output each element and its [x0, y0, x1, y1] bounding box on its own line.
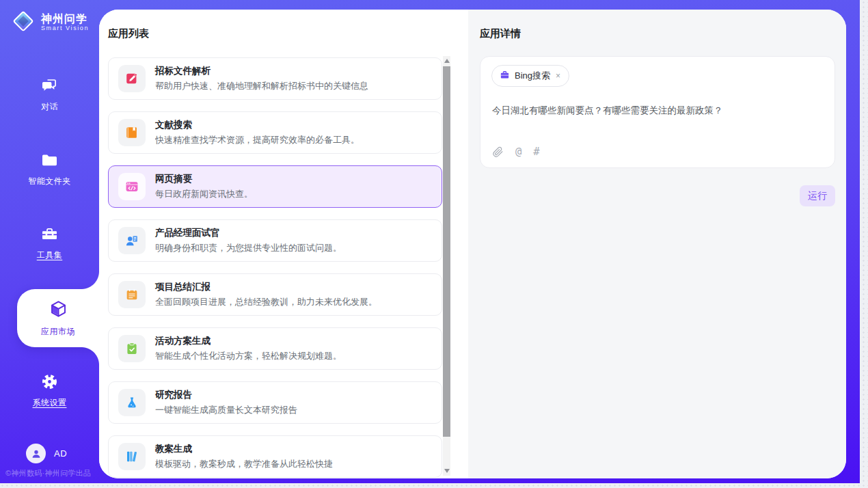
query-text[interactable]: 今日湖北有哪些新闻要点？有哪些需要关注的最新政策？	[492, 104, 820, 118]
app-card-description: 模板驱动，教案秒成，教学准备从此轻松快捷	[155, 458, 333, 470]
app-card[interactable]: 项目总结汇报 全面回顾项目进展，总结经验教训，助力未来优化发展。	[108, 273, 442, 316]
app-card-description: 全面回顾项目进展，总结经验教训，助力未来优化发展。	[155, 296, 377, 308]
app-card-description: 帮助用户快速、准确地理解和解析招标书中的关键信息	[155, 80, 368, 92]
mention-button[interactable]: @	[515, 146, 521, 158]
brand-subtitle: Smart Vision	[41, 25, 89, 31]
sidebar-item-label: 应用市场	[41, 326, 75, 338]
book-icon	[118, 119, 146, 146]
app-card-title: 教案生成	[155, 443, 333, 455]
books-icon	[118, 443, 146, 470]
app-card-list: 招标文件解析 帮助用户快速、准确地理解和解析招标书中的关键信息	[108, 57, 442, 478]
app-frame: 神州问学 Smart Vision 对话	[0, 0, 860, 483]
app-detail-panel: 应用详情 Bing搜索 × 今日湖北有哪些新闻要点？	[468, 10, 846, 478]
sidebar-item-smart-folder[interactable]: 智能文件夹	[0, 151, 99, 187]
app-card-selected[interactable]: 网页摘要 每日政府新闻资讯快查。	[108, 165, 442, 208]
user-profile[interactable]: AD	[26, 444, 67, 463]
sidebar: 神州问学 Smart Vision 对话	[0, 0, 99, 483]
app-card[interactable]: 研究报告 一键智能生成高质量长文本研究报告	[108, 381, 442, 424]
sidebar-item-label: 对话	[41, 102, 58, 111]
app-card-description: 智能生成个性化活动方案，轻松解决规划难题。	[155, 350, 342, 362]
cube-icon	[48, 299, 69, 323]
app-card-title: 文献搜索	[155, 119, 360, 131]
tool-chip-label: Bing搜索	[515, 70, 550, 82]
app-card-title: 产品经理面试官	[155, 227, 342, 239]
run-button[interactable]: 运行	[800, 185, 835, 206]
diamond-logo-icon	[11, 9, 36, 36]
chat-icon	[40, 77, 59, 95]
sidebar-item-toolset[interactable]: 工具集	[0, 225, 99, 261]
toolbox-icon	[40, 225, 59, 243]
user-initials: AD	[54, 448, 67, 459]
brand-logo: 神州问学 Smart Vision	[11, 9, 89, 36]
gear-icon	[40, 372, 59, 391]
app-card-title: 网页摘要	[155, 173, 253, 185]
scroll-up-arrow-icon[interactable]	[444, 59, 450, 63]
app-card[interactable]: 产品经理面试官 明确身份和职责，为您提供专业性的面试问题。	[108, 219, 442, 262]
sidebar-item-app-market[interactable]: 应用市场	[17, 289, 99, 347]
sidebar-item-label: 工具集	[37, 250, 63, 260]
doc-edit-icon	[118, 65, 146, 92]
sidebar-item-settings[interactable]: 系统设置	[0, 372, 99, 409]
app-card-description: 明确身份和职责，为您提供专业性的面试问题。	[155, 242, 342, 254]
flask-icon	[118, 389, 146, 416]
app-list-title: 应用列表	[108, 27, 149, 40]
app-card-title: 活动方案生成	[155, 335, 342, 347]
tool-chip-bing-search: Bing搜索 ×	[491, 65, 569, 87]
avatar	[26, 444, 46, 463]
main-content: 应用列表 招标文件解析 帮助用户快速、准确地理解和解析招标书	[99, 10, 846, 478]
interview-icon	[118, 227, 146, 254]
app-card-title: 研究报告	[155, 389, 297, 401]
close-icon[interactable]: ×	[555, 71, 561, 81]
briefcase-icon	[500, 70, 510, 83]
hash-tag-button[interactable]: #	[533, 146, 539, 158]
scrollbar[interactable]	[443, 56, 450, 476]
calendar-icon	[118, 281, 146, 308]
app-card[interactable]: 活动方案生成 智能生成个性化活动方案，轻松解决规划难题。	[108, 327, 442, 370]
app-card-title: 项目总结汇报	[155, 281, 377, 293]
scrollbar-thumb[interactable]	[443, 66, 450, 437]
scroll-down-arrow-icon[interactable]	[444, 469, 450, 473]
attach-file-button[interactable]	[492, 146, 504, 158]
app-card[interactable]: 教案生成 模板驱动，教案秒成，教学准备从此轻松快捷	[108, 435, 442, 478]
app-card[interactable]: 文献搜索 快速精准查找学术资源，提高研究效率的必备工具。	[108, 111, 442, 154]
folder-icon	[40, 151, 59, 170]
sidebar-item-chat[interactable]: 对话	[0, 77, 99, 113]
browser-code-icon	[118, 173, 146, 200]
sidebar-item-label: 系统设置	[33, 398, 67, 407]
sidebar-active-bubble: 应用市场	[17, 289, 99, 347]
sidebar-item-label: 智能文件夹	[28, 176, 71, 186]
composer-toolbar: @ #	[492, 146, 540, 158]
app-card-title: 招标文件解析	[155, 65, 368, 77]
brand-name: 神州问学	[41, 14, 89, 25]
app-list-panel: 应用列表 招标文件解析 帮助用户快速、准确地理解和解析招标书	[99, 10, 468, 478]
app-card-description: 一键智能生成高质量长文本研究报告	[155, 404, 297, 416]
app-card[interactable]: 招标文件解析 帮助用户快速、准确地理解和解析招标书中的关键信息	[108, 57, 442, 100]
app-card-description: 快速精准查找学术资源，提高研究效率的必备工具。	[155, 134, 360, 146]
app-card-description: 每日政府新闻资讯快查。	[155, 188, 253, 200]
copyright-text: ©神州数码·神州问学出品	[5, 468, 91, 478]
clipboard-check-icon	[118, 335, 146, 362]
app-detail-title: 应用详情	[480, 27, 521, 40]
query-input-area[interactable]: Bing搜索 × 今日湖北有哪些新闻要点？有哪些需要关注的最新政策？ @ #	[480, 56, 835, 168]
app-window: 神州问学 Smart Vision 对话	[0, 0, 868, 488]
